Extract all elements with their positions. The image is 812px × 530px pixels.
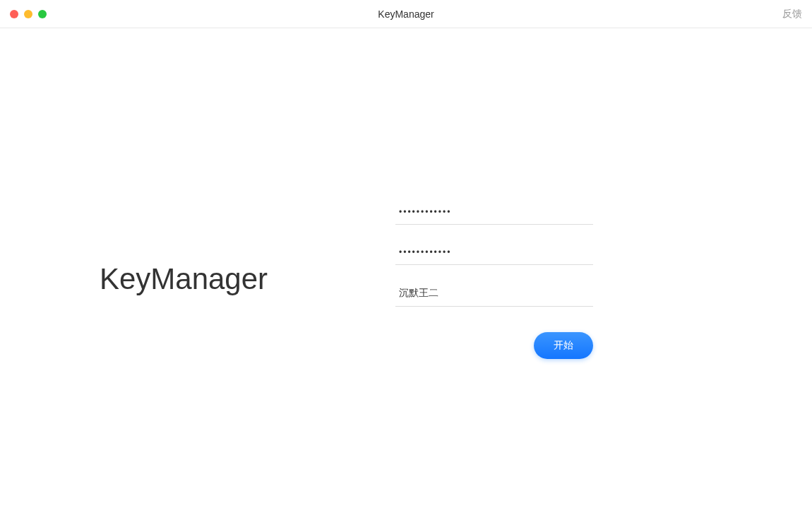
titlebar: KeyManager 反馈: [0, 0, 812, 28]
form-panel: 开始: [325, 200, 812, 359]
main-content: KeyManager 开始: [0, 28, 812, 530]
start-button[interactable]: 开始: [534, 332, 593, 359]
feedback-link[interactable]: 反馈: [782, 8, 802, 20]
window-title: KeyManager: [378, 8, 434, 20]
confirm-password-field[interactable]: [395, 240, 593, 265]
button-row: 开始: [395, 332, 593, 359]
brand-panel: KeyManager: [0, 262, 325, 296]
brand-title: KeyManager: [100, 262, 268, 296]
close-icon[interactable]: [10, 10, 18, 18]
username-field[interactable]: [395, 281, 593, 307]
window-controls: [10, 10, 47, 18]
minimize-icon[interactable]: [24, 10, 32, 18]
maximize-icon[interactable]: [38, 10, 47, 18]
password-field[interactable]: [395, 200, 593, 225]
